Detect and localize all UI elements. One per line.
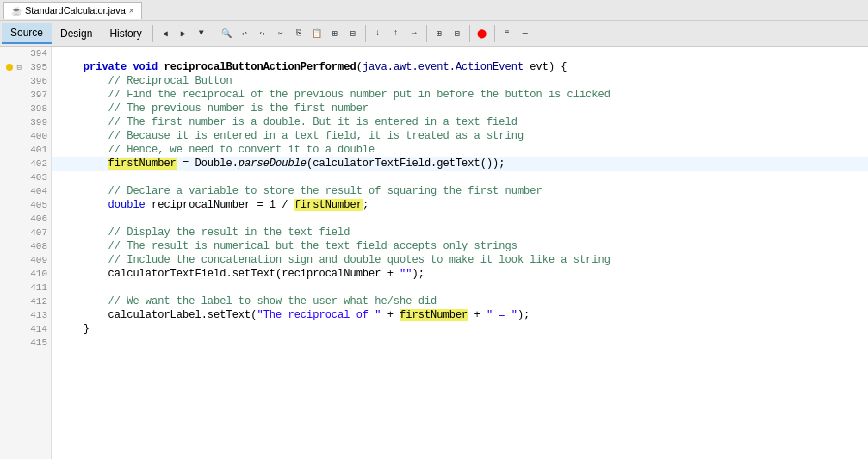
gutter-row-399: 399	[0, 115, 51, 129]
line-num-410: 410	[23, 269, 47, 279]
gutter-icon-401	[11, 145, 22, 155]
menu-design[interactable]: Design	[52, 24, 101, 43]
line-num-402: 402	[23, 158, 47, 169]
param-type: java.awt.event.ActionEvent	[363, 61, 524, 73]
gutter-icon-412	[11, 296, 22, 307]
keyword-private: private	[59, 61, 133, 73]
code-line-395: private void reciprocalButtonActionPerfo…	[52, 60, 868, 74]
line-num-407: 407	[23, 227, 47, 238]
toolbar-separator-4	[426, 25, 427, 42]
gutter-icon-405	[11, 200, 22, 210]
toolbar-separator-6	[494, 25, 495, 42]
code-line-400: // Because it is entered in a text field…	[52, 129, 868, 143]
comment-397: // Find the reciprocal of the previous n…	[59, 89, 611, 101]
parseDouble-402: parseDouble	[239, 158, 307, 170]
toolbar-btn-cut[interactable]: ✂	[272, 25, 289, 42]
code-line-398: // The previous number is the first numb…	[52, 102, 868, 115]
keyword-void: void	[133, 61, 164, 73]
closing-brace-414: }	[59, 323, 90, 335]
toolbar-group-4: ⊞ ⊟	[431, 25, 466, 42]
toolbar-btn-a1[interactable]: ⊞	[326, 25, 344, 42]
line-num-397: 397	[23, 90, 47, 100]
var-firstNumber-402: firstNumber	[108, 158, 177, 170]
code-line-411	[52, 281, 868, 295]
string-410: ""	[400, 268, 412, 280]
line-num-404: 404	[23, 186, 47, 196]
menu-bar: Source Design History ◀ ▶ ▼ 🔍 ↩ ↪ ✂ ⎘ 📋 …	[0, 21, 868, 47]
comment-404: // Declare a variable to store the resul…	[59, 185, 542, 197]
menu-source[interactable]: Source	[2, 23, 52, 44]
varname-405: reciprocalNumber = 1 /	[146, 199, 294, 211]
line-num-414: 414	[23, 324, 47, 334]
param-name: evt) {	[524, 61, 567, 73]
gutter-icon-397	[11, 90, 22, 100]
line-num-411: 411	[23, 282, 47, 293]
toolbar-btn-arrow-up[interactable]: ↑	[388, 25, 405, 42]
toolbar-btn-search[interactable]: 🔍	[218, 25, 235, 42]
comment-408: // The result is numerical but the text …	[59, 240, 518, 252]
toolbar-btn-dash[interactable]: —	[517, 25, 534, 42]
toolbar-separator-1	[152, 25, 153, 42]
line-num-403: 403	[23, 172, 47, 183]
gutter-icon-403	[11, 172, 22, 183]
gutter-icon-407	[11, 227, 22, 238]
toolbar-btn-arrow-r[interactable]: →	[406, 25, 423, 42]
code-line-412: // We want the label to show the user wh…	[52, 295, 868, 308]
toolbar-group-2: 🔍 ↩ ↪ ✂ ⎘ 📋 ⊞ ⊟	[218, 25, 362, 42]
gutter-row-412: 412	[0, 295, 51, 308]
code-line-413: calculatorLabel.setText("The reciprocal …	[52, 308, 868, 322]
toolbar-btn-down[interactable]: ▼	[193, 25, 210, 42]
gutter-icon-411	[11, 282, 22, 293]
gutter-row-394: 394	[0, 47, 51, 60]
line-num-394: 394	[23, 48, 47, 59]
menu-history[interactable]: History	[101, 24, 150, 43]
gutter-icon-410	[11, 269, 22, 279]
code-410: calculatorTextField.setText(reciprocalNu…	[59, 268, 400, 280]
toolbar-btn-list[interactable]: ≡	[499, 25, 516, 42]
var-firstNumber-413: firstNumber	[400, 309, 468, 321]
comment-407: // Display the result in the text field	[59, 226, 350, 239]
line-num-406: 406	[23, 214, 47, 224]
comment-401: // Hence, we need to convert it to a dou…	[59, 144, 375, 156]
toolbar-btn-red-circle[interactable]: ⬤	[474, 25, 491, 42]
gutter-row-395: ⊟ 395	[0, 60, 51, 74]
toolbar-btn-undo[interactable]: ↩	[236, 25, 253, 42]
gutter-icon-400	[11, 131, 22, 141]
code-line-414: }	[52, 322, 868, 336]
toolbar-btn-a2[interactable]: ⊟	[344, 25, 362, 42]
toolbar-btn-paste[interactable]: 📋	[308, 25, 326, 42]
tab-close-button[interactable]: ×	[129, 6, 134, 16]
fold-icon-395[interactable]: ⊟	[17, 63, 22, 72]
line-num-405: 405	[23, 200, 47, 210]
line-num-400: 400	[23, 131, 47, 141]
toolbar-btn-fwd[interactable]: ▶	[175, 25, 192, 42]
gutter-row-410: 410	[0, 267, 51, 281]
code-line-406	[52, 212, 868, 226]
gutter-row-403: 403	[0, 171, 51, 184]
gutter-row-407: 407	[0, 226, 51, 239]
gutter-row-400: 400	[0, 129, 51, 143]
gutter-row-398: 398	[0, 102, 51, 115]
toolbar-btn-redo[interactable]: ↪	[254, 25, 271, 42]
code-content[interactable]: private void reciprocalButtonActionPerfo…	[52, 47, 868, 459]
toolbar-separator-3	[365, 25, 366, 42]
concat-413: +	[381, 309, 400, 321]
gutter-row-411: 411	[0, 281, 51, 295]
line-num-401: 401	[23, 145, 47, 155]
indent-405	[59, 199, 108, 211]
line-num-408: 408	[23, 241, 47, 251]
file-tab[interactable]: ☕ StandardCalculator.java ×	[3, 2, 142, 19]
toolbar-btn-copy[interactable]: ⎘	[290, 25, 307, 42]
gutter-icon-404	[11, 186, 22, 196]
code-line-402: firstNumber = Double.parseDouble(calcula…	[52, 157, 868, 171]
var-firstNumber-405: firstNumber	[294, 199, 363, 211]
toolbar-btn-grid1[interactable]: ⊞	[431, 25, 448, 42]
comment-409: // Include the concatenation sign and do…	[59, 254, 611, 266]
toolbar-btn-grid2[interactable]: ⊟	[449, 25, 466, 42]
toolbar-btn-back[interactable]: ◀	[157, 25, 174, 42]
file-tab-label: StandardCalculator.java	[25, 5, 126, 16]
comment-399: // The first number is a double. But it …	[59, 116, 518, 128]
comment-400: // Because it is entered in a text field…	[59, 130, 524, 142]
assign-402: = Double.	[177, 158, 239, 170]
toolbar-btn-arrow-down[interactable]: ↓	[369, 25, 387, 42]
